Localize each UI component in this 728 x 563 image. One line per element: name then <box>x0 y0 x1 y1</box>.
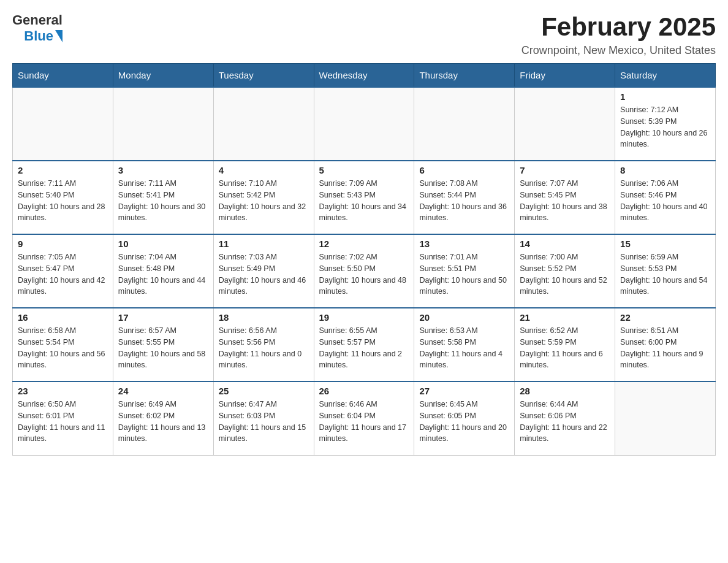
day-info: Sunrise: 6:55 AMSunset: 5:57 PMDaylight:… <box>319 325 409 371</box>
day-info: Sunrise: 6:58 AMSunset: 5:54 PMDaylight:… <box>18 325 108 371</box>
day-number: 28 <box>520 386 610 396</box>
logo: General Blue <box>12 12 63 44</box>
calendar-cell: 1Sunrise: 7:12 AMSunset: 5:39 PMDaylight… <box>615 87 716 161</box>
calendar-cell: 4Sunrise: 7:10 AMSunset: 5:42 PMDaylight… <box>213 161 314 234</box>
day-info: Sunrise: 7:01 AMSunset: 5:51 PMDaylight:… <box>419 251 509 297</box>
calendar-cell: 27Sunrise: 6:45 AMSunset: 6:05 PMDayligh… <box>414 381 515 455</box>
day-number: 7 <box>520 165 610 175</box>
calendar-cell: 19Sunrise: 6:55 AMSunset: 5:57 PMDayligh… <box>314 308 414 381</box>
day-info: Sunrise: 6:46 AMSunset: 6:04 PMDaylight:… <box>319 399 409 445</box>
calendar-cell: 20Sunrise: 6:53 AMSunset: 5:58 PMDayligh… <box>414 308 515 381</box>
calendar-cell: 6Sunrise: 7:08 AMSunset: 5:44 PMDaylight… <box>414 161 515 234</box>
day-number: 4 <box>219 165 309 175</box>
day-info: Sunrise: 7:12 AMSunset: 5:39 PMDaylight:… <box>620 104 710 150</box>
day-info: Sunrise: 6:53 AMSunset: 5:58 PMDaylight:… <box>419 325 509 371</box>
logo-triangle-icon <box>55 30 63 42</box>
calendar-week-row: 9Sunrise: 7:05 AMSunset: 5:47 PMDaylight… <box>13 234 716 308</box>
day-number: 20 <box>419 312 509 323</box>
calendar-cell: 8Sunrise: 7:06 AMSunset: 5:46 PMDaylight… <box>615 161 716 234</box>
calendar-cell: 25Sunrise: 6:47 AMSunset: 6:03 PMDayligh… <box>213 381 314 455</box>
day-info: Sunrise: 7:03 AMSunset: 5:49 PMDaylight:… <box>219 251 309 297</box>
day-number: 10 <box>118 239 208 249</box>
header: General Blue February 2025 Crownpoint, N… <box>12 12 716 57</box>
calendar-cell: 7Sunrise: 7:07 AMSunset: 5:45 PMDaylight… <box>515 161 615 234</box>
calendar-cell <box>113 87 213 161</box>
day-info: Sunrise: 6:49 AMSunset: 6:02 PMDaylight:… <box>118 399 208 445</box>
calendar-header-row: SundayMondayTuesdayWednesdayThursdayFrid… <box>13 64 716 88</box>
calendar-cell: 2Sunrise: 7:11 AMSunset: 5:40 PMDaylight… <box>13 161 113 234</box>
calendar-cell: 28Sunrise: 6:44 AMSunset: 6:06 PMDayligh… <box>515 381 615 455</box>
day-number: 24 <box>118 386 208 396</box>
day-info: Sunrise: 6:59 AMSunset: 5:53 PMDaylight:… <box>620 251 710 297</box>
calendar-cell: 13Sunrise: 7:01 AMSunset: 5:51 PMDayligh… <box>414 234 515 308</box>
day-info: Sunrise: 7:04 AMSunset: 5:48 PMDaylight:… <box>118 251 208 297</box>
calendar-week-row: 2Sunrise: 7:11 AMSunset: 5:40 PMDaylight… <box>13 161 716 234</box>
calendar-cell: 9Sunrise: 7:05 AMSunset: 5:47 PMDaylight… <box>13 234 113 308</box>
day-number: 12 <box>319 239 409 249</box>
calendar-cell <box>414 87 515 161</box>
calendar-cell <box>615 381 716 455</box>
day-of-week-header: Tuesday <box>213 64 314 88</box>
day-info: Sunrise: 6:45 AMSunset: 6:05 PMDaylight:… <box>419 399 509 445</box>
day-number: 22 <box>620 312 710 323</box>
day-info: Sunrise: 7:05 AMSunset: 5:47 PMDaylight:… <box>18 251 108 297</box>
calendar-cell: 17Sunrise: 6:57 AMSunset: 5:55 PMDayligh… <box>113 308 213 381</box>
day-number: 18 <box>219 312 309 323</box>
day-info: Sunrise: 6:56 AMSunset: 5:56 PMDaylight:… <box>219 325 309 371</box>
day-info: Sunrise: 7:11 AMSunset: 5:40 PMDaylight:… <box>18 178 108 224</box>
day-number: 6 <box>419 165 509 175</box>
day-of-week-header: Wednesday <box>314 64 414 88</box>
day-info: Sunrise: 7:00 AMSunset: 5:52 PMDaylight:… <box>520 251 610 297</box>
logo-general: General <box>12 12 63 28</box>
logo-blue: Blue <box>24 28 53 44</box>
day-info: Sunrise: 6:52 AMSunset: 5:59 PMDaylight:… <box>520 325 610 371</box>
calendar-cell <box>13 87 113 161</box>
calendar: SundayMondayTuesdayWednesdayThursdayFrid… <box>12 63 716 456</box>
calendar-cell: 10Sunrise: 7:04 AMSunset: 5:48 PMDayligh… <box>113 234 213 308</box>
location-title: Crownpoint, New Mexico, United States <box>521 44 716 57</box>
day-info: Sunrise: 6:44 AMSunset: 6:06 PMDaylight:… <box>520 399 610 445</box>
day-info: Sunrise: 7:06 AMSunset: 5:46 PMDaylight:… <box>620 178 710 224</box>
calendar-cell <box>213 87 314 161</box>
calendar-cell: 26Sunrise: 6:46 AMSunset: 6:04 PMDayligh… <box>314 381 414 455</box>
day-info: Sunrise: 6:51 AMSunset: 6:00 PMDaylight:… <box>620 325 710 371</box>
day-number: 26 <box>319 386 409 396</box>
day-number: 21 <box>520 312 610 323</box>
day-of-week-header: Sunday <box>13 64 113 88</box>
day-info: Sunrise: 7:11 AMSunset: 5:41 PMDaylight:… <box>118 178 208 224</box>
day-info: Sunrise: 7:02 AMSunset: 5:50 PMDaylight:… <box>319 251 409 297</box>
day-info: Sunrise: 7:08 AMSunset: 5:44 PMDaylight:… <box>419 178 509 224</box>
calendar-week-row: 23Sunrise: 6:50 AMSunset: 6:01 PMDayligh… <box>13 381 716 455</box>
day-number: 1 <box>620 91 710 102</box>
month-title: February 2025 <box>521 12 716 42</box>
calendar-cell: 3Sunrise: 7:11 AMSunset: 5:41 PMDaylight… <box>113 161 213 234</box>
day-info: Sunrise: 7:07 AMSunset: 5:45 PMDaylight:… <box>520 178 610 224</box>
day-number: 8 <box>620 165 710 175</box>
calendar-week-row: 1Sunrise: 7:12 AMSunset: 5:39 PMDaylight… <box>13 87 716 161</box>
day-number: 27 <box>419 386 509 396</box>
calendar-cell: 5Sunrise: 7:09 AMSunset: 5:43 PMDaylight… <box>314 161 414 234</box>
day-number: 16 <box>18 312 108 323</box>
calendar-cell: 18Sunrise: 6:56 AMSunset: 5:56 PMDayligh… <box>213 308 314 381</box>
day-info: Sunrise: 6:50 AMSunset: 6:01 PMDaylight:… <box>18 399 108 445</box>
calendar-cell: 15Sunrise: 6:59 AMSunset: 5:53 PMDayligh… <box>615 234 716 308</box>
day-number: 11 <box>219 239 309 249</box>
calendar-cell: 24Sunrise: 6:49 AMSunset: 6:02 PMDayligh… <box>113 381 213 455</box>
calendar-cell: 21Sunrise: 6:52 AMSunset: 5:59 PMDayligh… <box>515 308 615 381</box>
calendar-cell: 14Sunrise: 7:00 AMSunset: 5:52 PMDayligh… <box>515 234 615 308</box>
day-of-week-header: Friday <box>515 64 615 88</box>
day-info: Sunrise: 7:09 AMSunset: 5:43 PMDaylight:… <box>319 178 409 224</box>
day-number: 19 <box>319 312 409 323</box>
calendar-cell <box>314 87 414 161</box>
day-number: 2 <box>18 165 108 175</box>
day-number: 13 <box>419 239 509 249</box>
day-number: 14 <box>520 239 610 249</box>
day-number: 23 <box>18 386 108 396</box>
calendar-cell: 11Sunrise: 7:03 AMSunset: 5:49 PMDayligh… <box>213 234 314 308</box>
day-number: 25 <box>219 386 309 396</box>
day-number: 5 <box>319 165 409 175</box>
day-info: Sunrise: 6:57 AMSunset: 5:55 PMDaylight:… <box>118 325 208 371</box>
calendar-cell: 12Sunrise: 7:02 AMSunset: 5:50 PMDayligh… <box>314 234 414 308</box>
calendar-cell: 22Sunrise: 6:51 AMSunset: 6:00 PMDayligh… <box>615 308 716 381</box>
day-number: 15 <box>620 239 710 249</box>
